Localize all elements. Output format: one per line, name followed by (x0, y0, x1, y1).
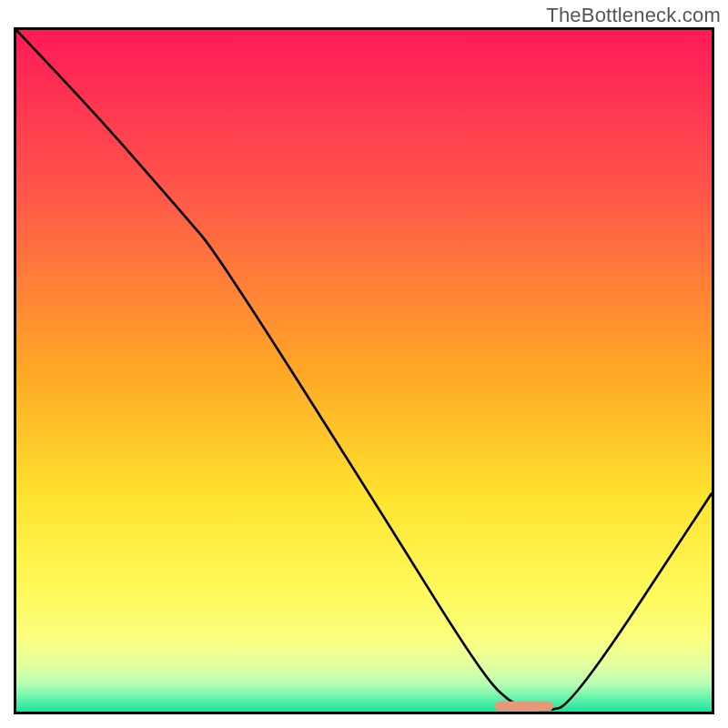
chart-container: TheBottleneck.com (0, 0, 728, 728)
watermark-text: TheBottleneck.com (546, 4, 721, 27)
plot-area (14, 27, 714, 714)
curve-layer (16, 30, 712, 712)
bottleneck-curve-path (16, 30, 712, 710)
